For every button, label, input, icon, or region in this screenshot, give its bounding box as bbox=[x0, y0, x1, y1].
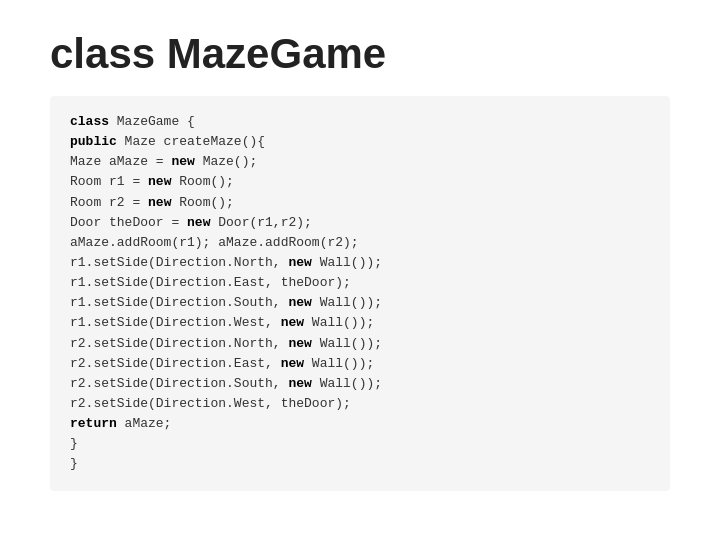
code-line: r1.setSide(Direction.South, new Wall()); bbox=[70, 293, 650, 313]
code-text: Room(); bbox=[179, 195, 234, 210]
code-keyword: new bbox=[288, 376, 319, 391]
code-keyword: new bbox=[171, 154, 202, 169]
code-keyword: new bbox=[288, 336, 319, 351]
code-line: r1.setSide(Direction.East, theDoor); bbox=[70, 273, 650, 293]
code-line: r2.setSide(Direction.East, new Wall()); bbox=[70, 354, 650, 374]
code-keyword: new bbox=[187, 215, 218, 230]
code-text: Door bbox=[70, 215, 109, 230]
code-text: Maze(); bbox=[203, 154, 258, 169]
code-text: Room(); bbox=[179, 174, 234, 189]
code-line: Room r1 = new Room(); bbox=[70, 172, 650, 192]
code-text: r1.setSide(Direction.East, theDoor); bbox=[70, 275, 351, 290]
code-keyword: new bbox=[148, 174, 179, 189]
code-text: Maze createMaze(){ bbox=[125, 134, 265, 149]
code-line: r1.setSide(Direction.West, new Wall()); bbox=[70, 313, 650, 333]
code-text: Wall()); bbox=[312, 356, 374, 371]
code-text: r2.setSide(Direction.East, bbox=[70, 356, 281, 371]
page: class MazeGame class MazeGame { public M… bbox=[0, 0, 720, 540]
code-text: } bbox=[70, 436, 78, 451]
code-text: MazeGame { bbox=[117, 114, 195, 129]
code-line: r2.setSide(Direction.West, theDoor); bbox=[70, 394, 650, 414]
code-line: Maze aMaze = new Maze(); bbox=[70, 152, 650, 172]
code-text: Maze bbox=[70, 154, 109, 169]
code-line: Room r2 = new Room(); bbox=[70, 193, 650, 213]
code-text: Wall()); bbox=[320, 255, 382, 270]
code-text: r2.setSide(Direction.West, theDoor); bbox=[70, 396, 351, 411]
code-text: r2 = bbox=[109, 195, 148, 210]
code-line: r2.setSide(Direction.South, new Wall()); bbox=[70, 374, 650, 394]
code-text: Wall()); bbox=[320, 295, 382, 310]
code-text: aMaze.addRoom(r1); aMaze.addRoom(r2); bbox=[70, 235, 359, 250]
code-block: class MazeGame { public Maze createMaze(… bbox=[50, 96, 670, 491]
code-text: r1.setSide(Direction.South, bbox=[70, 295, 288, 310]
code-text: Room bbox=[70, 195, 109, 210]
code-keyword: new bbox=[281, 356, 312, 371]
code-keyword: new bbox=[288, 295, 319, 310]
code-text: Wall()); bbox=[320, 376, 382, 391]
code-line: r1.setSide(Direction.North, new Wall()); bbox=[70, 253, 650, 273]
code-text: r1 = bbox=[109, 174, 148, 189]
code-line: aMaze.addRoom(r1); aMaze.addRoom(r2); bbox=[70, 233, 650, 253]
code-text: r1.setSide(Direction.West, bbox=[70, 315, 281, 330]
code-keyword: new bbox=[288, 255, 319, 270]
code-text: } bbox=[70, 456, 78, 471]
code-line: Door theDoor = new Door(r1,r2); bbox=[70, 213, 650, 233]
code-keyword: new bbox=[148, 195, 179, 210]
page-title: class MazeGame bbox=[50, 30, 670, 78]
code-line: public Maze createMaze(){ bbox=[70, 132, 650, 152]
code-text: Room bbox=[70, 174, 109, 189]
code-line: r2.setSide(Direction.North, new Wall()); bbox=[70, 334, 650, 354]
code-text: r2.setSide(Direction.South, bbox=[70, 376, 288, 391]
code-text: r2.setSide(Direction.North, bbox=[70, 336, 288, 351]
code-keyword: class bbox=[70, 114, 117, 129]
code-line: class MazeGame { bbox=[70, 112, 650, 132]
code-text: r1.setSide(Direction.North, bbox=[70, 255, 288, 270]
code-keyword: return bbox=[70, 416, 125, 431]
code-text: theDoor = bbox=[109, 215, 187, 230]
code-line: return aMaze; bbox=[70, 414, 650, 434]
code-text: aMaze; bbox=[125, 416, 172, 431]
code-keyword: public bbox=[70, 134, 125, 149]
code-text: Wall()); bbox=[320, 336, 382, 351]
code-text: aMaze = bbox=[109, 154, 171, 169]
code-line: } bbox=[70, 454, 650, 474]
code-line: } bbox=[70, 434, 650, 454]
code-keyword: new bbox=[281, 315, 312, 330]
code-text: Door(r1,r2); bbox=[218, 215, 312, 230]
code-text: Wall()); bbox=[312, 315, 374, 330]
